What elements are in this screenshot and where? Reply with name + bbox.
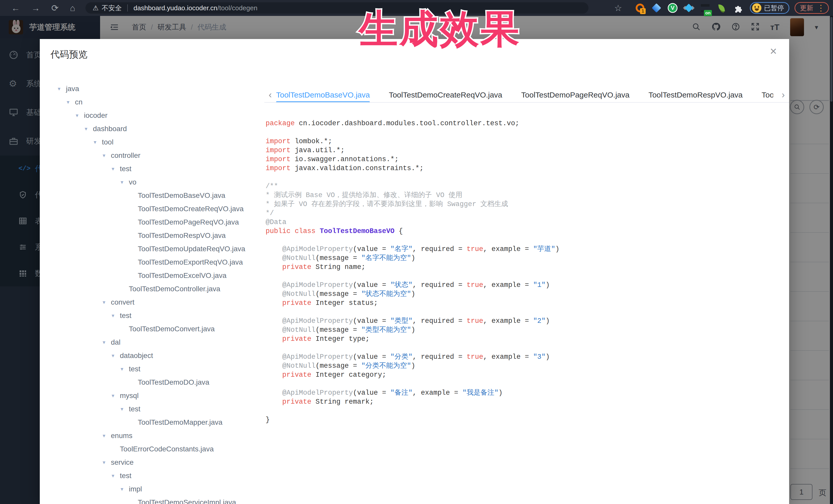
tree-node-label: ToolErrorCodeConstants.java [120,445,214,453]
browser-home-button[interactable]: ⌂ [70,0,75,16]
tree-node-label: test [129,365,140,373]
caret-down-icon[interactable]: ▾ [112,313,120,319]
code-line: @NotNull(message = "分类不能为空") [266,362,560,370]
tree-folder[interactable]: ▾mysql [50,389,258,402]
tree-folder[interactable]: ▾controller [50,149,258,162]
caret-down-icon[interactable]: ▾ [121,179,129,185]
code-line: @ApiModelProperty(value = "类型", required… [266,317,560,326]
browser-back-button[interactable]: ← [11,0,20,16]
code-line: @NotNull(message = "类型不能为空") [266,326,560,335]
tree-folder[interactable]: ▾dal [50,336,258,349]
tree-file[interactable]: ▾ToolTestDemoRespVO.java [50,229,258,242]
caret-down-icon[interactable]: ▾ [76,113,84,119]
caret-down-icon[interactable]: ▾ [103,339,111,345]
tasklist-on-badge: on [704,10,712,16]
tree-file[interactable]: ▾ToolTestDemoConvert.java [50,322,258,336]
tree-folder[interactable]: ▾vo [50,175,258,189]
extension-orange-ring-icon[interactable]: 1 [635,3,645,13]
tree-file[interactable]: ▾ToolTestDemoMapper.java [50,416,258,429]
file-tab[interactable]: ToolTe [762,88,773,102]
tree-node-label: impl [129,485,142,493]
caret-down-icon[interactable]: ▾ [121,486,129,492]
tree-file[interactable]: ▾ToolTestDemoCreateReqVO.java [50,202,258,216]
browser-forward-button[interactable]: → [31,0,40,16]
caret-down-icon[interactable]: ▾ [112,393,120,399]
extension-tasklist-icon[interactable]: on [700,3,710,13]
tree-folder[interactable]: ▾dashboard [50,122,258,136]
caret-down-icon[interactable]: ▾ [112,473,120,479]
extension-leaf-icon[interactable] [716,3,727,13]
caret-down-icon[interactable]: ▾ [85,126,93,132]
browser-reload-button[interactable]: ⟳ [51,0,59,16]
caret-down-icon[interactable]: ▾ [103,152,111,159]
caret-down-icon[interactable]: ▾ [103,299,111,305]
extensions-puzzle-icon[interactable] [733,3,743,13]
tree-folder[interactable]: ▾cn [50,95,258,109]
tree-folder[interactable]: ▾convert [50,296,258,309]
green-circle-glyph: V [671,5,675,11]
tree-file[interactable]: ▾ToolTestDemoBaseVO.java [50,189,258,202]
tree-folder[interactable]: ▾java [50,82,258,95]
code-line: import io.swagger.annotations.*; [266,155,560,164]
tree-folder[interactable]: ▾test [50,469,258,482]
tree-folder[interactable]: ▾enums [50,429,258,442]
tree-folder[interactable]: ▾test [50,162,258,175]
leaf-shape [718,4,725,12]
tree-file[interactable]: ▾ToolTestDemoUpdateReqVO.java [50,242,258,256]
tree-folder[interactable]: ▾impl [50,482,258,496]
code-line: private String name; [266,263,560,272]
caret-down-icon[interactable]: ▾ [94,139,102,145]
sync-paused-chip[interactable]: 已暂停 [750,2,789,14]
tree-folder[interactable]: ▾service [50,456,258,469]
tree-file[interactable]: ▾ToolTestDemoExportReqVO.java [50,256,258,269]
caret-down-icon[interactable]: ▾ [121,366,129,372]
tree-node-label: test [129,405,140,413]
caret-down-icon[interactable]: ▾ [112,353,120,359]
caret-down-icon[interactable]: ▾ [103,459,111,465]
extension-green-circle-icon[interactable]: V [668,3,677,13]
caret-down-icon[interactable]: ▾ [112,166,120,172]
tree-file[interactable]: ▾ToolTestDemoDO.java [50,376,258,389]
tree-node-label: ToolTestDemoConvert.java [129,325,215,333]
caret-down-icon[interactable]: ▾ [121,406,129,412]
browser-toolbar-right: ☆ 1 V on 已暂停 更新 ⋮ [608,2,829,14]
code-line [266,272,560,281]
code-line: * 测试示例 Base VO，提供给添加、修改、详细的子 VO 使用 [266,191,560,200]
file-tab[interactable]: ToolTestDemoRespVO.java [648,88,743,102]
tree-folder[interactable]: ▾test [50,402,258,416]
page-scrollbar[interactable] [830,16,833,504]
caret-down-icon[interactable]: ▾ [103,433,111,439]
tree-folder[interactable]: ▾tool [50,136,258,149]
close-icon[interactable]: × [770,45,777,57]
scrollbar-thumb[interactable] [830,17,832,102]
tabs-scroll-left-icon[interactable]: ‹ [264,88,276,102]
bookmark-star-icon[interactable]: ☆ [614,3,622,13]
extension-blue-drop-icon[interactable] [651,3,662,13]
tree-folder[interactable]: ▾iocoder [50,109,258,122]
tree-node-label: enums [111,432,133,440]
tree-folder[interactable]: ▾dataobject [50,349,258,362]
caret-down-icon[interactable]: ▾ [67,99,75,105]
tree-file[interactable]: ▾ToolTestDemoServiceImpl.java [50,496,258,504]
tree-file[interactable]: ▾ToolTestDemoExcelVO.java [50,269,258,282]
browser-menu-kebab-icon[interactable]: ⋮ [817,3,825,13]
tree-file[interactable]: ▾ToolTestDemoPageReqVO.java [50,216,258,229]
extension-blue-gem-icon[interactable] [684,3,694,13]
file-tab[interactable]: ToolTestDemoBaseVO.java [276,88,370,102]
browser-update-chip[interactable]: 更新 ⋮ [794,2,829,14]
code-line: private String remark; [266,398,560,407]
code-line [266,308,560,317]
tree-folder[interactable]: ▾test [50,362,258,376]
url-domain: dashboard.yudao.iocoder.cn [134,4,217,12]
tree-folder[interactable]: ▾test [50,309,258,322]
tree-node-label: java [66,85,79,93]
tree-file[interactable]: ▾ToolTestDemoController.java [50,282,258,296]
caret-down-icon[interactable]: ▾ [58,86,66,92]
tree-file[interactable]: ▾ToolErrorCodeConstants.java [50,442,258,456]
file-tab[interactable]: ToolTestDemoPageReqVO.java [521,88,629,102]
code-line: @NotNull(message = "名字不能为空") [266,254,560,263]
code-line [266,236,560,245]
file-tab[interactable]: ToolTestDemoCreateReqVO.java [389,88,502,102]
tabs-scroll-right-icon[interactable]: › [777,88,789,102]
security-label: 不安全 [102,4,122,13]
